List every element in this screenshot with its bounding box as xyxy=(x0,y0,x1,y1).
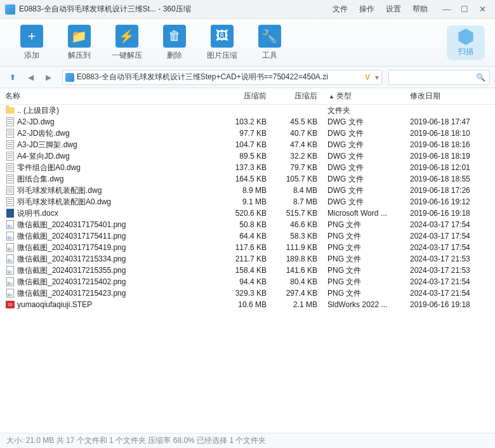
file-row[interactable]: 微信截图_20240317215402.png94.4 KB80.4 KBPNG… xyxy=(0,276,495,287)
file-date: 2024-03-17 21:53 xyxy=(406,254,495,263)
file-size-before: 164.5 KB xyxy=(222,175,273,183)
dwg-icon xyxy=(5,152,15,161)
file-size-before: 8.9 MB xyxy=(222,186,273,195)
extract-button[interactable]: 📁 解压到 xyxy=(55,25,103,61)
image-icon: 🖼 xyxy=(211,25,234,48)
file-row[interactable]: A2-JD齿轮.dwg97.7 KB40.7 KBDWG 文件2019-06-1… xyxy=(0,128,495,139)
file-name: A4-竖向JD.dwg xyxy=(17,151,222,162)
png-icon xyxy=(5,243,15,252)
file-row[interactable]: A2-JD.dwg103.2 KB45.5 KBDWG 文件2019-06-18… xyxy=(0,116,495,128)
menu-file[interactable]: 文件 xyxy=(333,4,348,15)
docx-icon xyxy=(5,209,15,218)
status-text: 大小: 21.0 MB 共 17 个文件和 1 个文件夹 压缩率 68.0% 已… xyxy=(6,435,266,446)
delete-button[interactable]: 🗑 删除 xyxy=(150,25,198,61)
chevron-down-icon[interactable]: ▾ xyxy=(375,73,379,82)
file-size-after: 80.4 KB xyxy=(273,277,324,286)
oneclick-extract-button[interactable]: ⚡ 一键解压 xyxy=(103,25,150,61)
file-size-before: 104.7 KB xyxy=(222,140,273,149)
file-size-after: 105.7 KB xyxy=(273,175,324,183)
file-name: 微信截图_20240317175411.png xyxy=(17,231,222,242)
file-size-before: 9.1 MB xyxy=(222,197,273,206)
file-type: PNG 文件 xyxy=(324,254,406,265)
file-date: 2019-06-18 18:55 xyxy=(406,175,495,183)
file-row[interactable]: 微信截图_20240317175419.png117.6 KB111.9 KBP… xyxy=(0,242,495,253)
file-row[interactable]: 22yumaoqiufaqiuji.STEP10.6 MB2.1 MBSldWo… xyxy=(0,299,495,310)
file-row[interactable]: A4-竖向JD.dwg89.5 KB32.2 KBDWG 文件2019-06-1… xyxy=(0,150,495,162)
file-row[interactable]: 微信截图_20240317215355.png158.4 KB141.6 KBP… xyxy=(0,265,495,276)
file-size-before: 117.6 KB xyxy=(222,243,273,252)
file-size-after: 45.5 KB xyxy=(273,117,324,126)
nav-back-button[interactable]: ◀ xyxy=(23,70,38,85)
file-size-after: 58.3 KB xyxy=(273,232,324,240)
file-type: DWG 文件 xyxy=(324,197,406,208)
file-date: 2019-06-18 18:10 xyxy=(406,129,495,138)
file-size-after: 141.6 KB xyxy=(273,266,324,275)
file-size-after: 297.4 KB xyxy=(273,289,324,298)
image-compress-button[interactable]: 🖼 图片压缩 xyxy=(198,25,246,61)
tools-button[interactable]: 🔧 工具 xyxy=(246,25,293,61)
file-row[interactable]: 零件组合图A0.dwg137.3 KB79.7 KBDWG 文件2019-06-… xyxy=(0,162,495,173)
flash-icon: ⚡ xyxy=(116,25,138,48)
file-row[interactable]: 微信截图_20240317215423.png329.3 KB297.4 KBP… xyxy=(0,287,495,299)
file-type: DWG 文件 xyxy=(324,151,406,162)
menu-help[interactable]: 帮助 xyxy=(412,4,428,15)
file-type: PNG 文件 xyxy=(324,288,406,299)
file-row[interactable]: .. (上级目录)文件夹 xyxy=(0,105,495,116)
column-type[interactable]: ▲ 类型 xyxy=(324,91,406,102)
dwg-icon xyxy=(5,186,15,195)
window-title: E0883-全自动羽毛球发球机设计三维St... - 360压缩 xyxy=(19,4,191,15)
minimize-button[interactable]: — xyxy=(439,3,454,16)
file-size-after: 47.4 KB xyxy=(273,140,324,149)
file-type: DWG 文件 xyxy=(324,117,406,128)
file-date: 2019-06-18 18:19 xyxy=(406,152,495,161)
file-type: SldWorks 2022 ... xyxy=(324,300,406,309)
scan-button[interactable]: 扫描 xyxy=(447,25,485,60)
file-size-before: 137.3 KB xyxy=(222,163,273,172)
file-type: PNG 文件 xyxy=(324,265,406,276)
file-date: 2019-06-16 19:12 xyxy=(406,197,495,206)
dwg-icon xyxy=(5,117,15,126)
file-row[interactable]: 微信截图_20240317175401.png50.8 KB46.6 KBPNG… xyxy=(0,219,495,230)
folder-icon xyxy=(5,106,15,115)
archive-icon xyxy=(65,73,74,82)
dwg-icon xyxy=(5,140,15,149)
file-date: 2019-06-18 17:26 xyxy=(406,186,495,195)
nav-forward-button[interactable]: ▶ xyxy=(41,70,56,85)
file-row[interactable]: A3-JD三脚架.dwg104.7 KB47.4 KBDWG 文件2019-06… xyxy=(0,139,495,150)
file-row[interactable]: 微信截图_20240317175411.png64.4 KB58.3 KBPNG… xyxy=(0,230,495,242)
add-icon: ＋ xyxy=(20,25,43,48)
file-date: 2024-03-17 17:54 xyxy=(406,220,495,229)
path-text: E0883-全自动羽毛球发球机设计三维Step+CAD+说明书==750422=… xyxy=(77,72,362,82)
add-button[interactable]: ＋ 添加 xyxy=(8,25,55,61)
maximize-button[interactable]: ☐ xyxy=(457,3,472,16)
file-row[interactable]: 微信截图_20240317215334.png211.7 KB189.8 KBP… xyxy=(0,253,495,265)
nav-up-button[interactable]: ⬆ xyxy=(5,70,20,85)
file-size-before: 64.4 KB xyxy=(222,232,273,240)
column-name[interactable]: 名称 xyxy=(5,91,222,102)
menu-settings[interactable]: 设置 xyxy=(386,4,401,15)
search-input[interactable]: 🔍 xyxy=(388,70,490,85)
file-size-after: 8.7 MB xyxy=(273,197,324,206)
menu-operate[interactable]: 操作 xyxy=(359,4,374,15)
file-name: A2-JD.dwg xyxy=(17,117,222,126)
file-row[interactable]: 羽毛球发球机装配图.dwg8.9 MB8.4 MBDWG 文件2019-06-1… xyxy=(0,185,495,196)
file-size-before: 89.5 KB xyxy=(222,152,273,161)
path-input[interactable]: E0883-全自动羽毛球发球机设计三维Step+CAD+说明书==750422=… xyxy=(62,70,382,85)
column-date[interactable]: 修改日期 xyxy=(406,91,495,102)
file-size-before: 211.7 KB xyxy=(222,254,273,263)
file-size-before: 94.4 KB xyxy=(222,277,273,286)
toolbar: ＋ 添加 📁 解压到 ⚡ 一键解压 🗑 删除 🖼 图片压缩 🔧 工具 扫描 xyxy=(0,19,495,67)
file-row[interactable]: 羽毛球发球机装配图A0.dwg9.1 MB8.7 MBDWG 文件2019-06… xyxy=(0,196,495,208)
trash-icon: 🗑 xyxy=(163,25,186,48)
file-row[interactable]: 说明书.docx520.6 KB515.7 KBMicrosoft Word .… xyxy=(0,208,495,219)
file-name: 微信截图_20240317175419.png xyxy=(17,242,222,253)
column-before[interactable]: 压缩前 xyxy=(222,91,273,102)
file-name: A3-JD三脚架.dwg xyxy=(17,140,222,150)
close-button[interactable]: ✕ xyxy=(475,3,490,16)
file-name: 微信截图_20240317215423.png xyxy=(17,288,222,299)
file-name: 微信截图_20240317175401.png xyxy=(17,220,222,230)
file-row[interactable]: 图纸合集.dwg164.5 KB105.7 KBDWG 文件2019-06-18… xyxy=(0,173,495,185)
file-size-before: 97.7 KB xyxy=(222,129,273,138)
file-name: .. (上级目录) xyxy=(17,105,222,116)
column-after[interactable]: 压缩后 xyxy=(273,91,324,102)
